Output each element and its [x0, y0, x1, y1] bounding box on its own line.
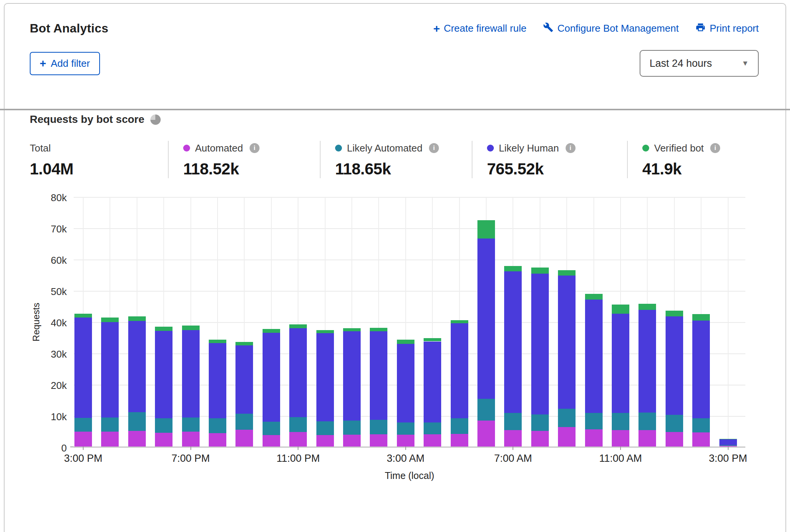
bar-segment-automated[interactable]	[397, 435, 414, 447]
bar-segment-automated[interactable]	[209, 433, 226, 447]
bar-segment-likely-automated[interactable]	[451, 418, 468, 434]
bar-segment-automated[interactable]	[451, 434, 468, 447]
bar-segment-verified-bot[interactable]	[209, 340, 226, 343]
bar-segment-automated[interactable]	[692, 432, 710, 447]
bar-segment-verified-bot[interactable]	[612, 305, 629, 314]
bar-segment-likely-human[interactable]	[263, 333, 280, 422]
bar-segment-verified-bot[interactable]	[719, 439, 737, 439]
bar-14[interactable]	[451, 196, 468, 447]
bar-segment-verified-bot[interactable]	[451, 320, 468, 323]
bar-21[interactable]	[638, 196, 656, 447]
bar-segment-automated[interactable]	[585, 429, 603, 447]
bar-segment-likely-automated[interactable]	[719, 445, 737, 446]
bar-segment-likely-human[interactable]	[182, 330, 200, 418]
bar-segment-likely-human[interactable]	[451, 323, 468, 418]
bar-segment-verified-bot[interactable]	[343, 328, 361, 331]
bar-15[interactable]	[477, 196, 495, 447]
bar-17[interactable]	[531, 196, 549, 447]
bar-5[interactable]	[209, 196, 226, 447]
bar-segment-verified-bot[interactable]	[101, 318, 119, 322]
bar-3[interactable]	[155, 196, 173, 447]
bar-segment-likely-human[interactable]	[74, 318, 92, 418]
bar-segment-likely-human[interactable]	[531, 274, 549, 414]
bar-segment-verified-bot[interactable]	[692, 314, 710, 320]
bar-segment-automated[interactable]	[424, 434, 441, 447]
bar-segment-verified-bot[interactable]	[74, 314, 92, 318]
bar-segment-likely-automated[interactable]	[263, 422, 280, 435]
bar-segment-verified-bot[interactable]	[128, 316, 146, 321]
bar-segment-verified-bot[interactable]	[477, 220, 495, 239]
bar-segment-automated[interactable]	[289, 432, 307, 447]
bar-segment-verified-bot[interactable]	[531, 268, 549, 274]
info-icon[interactable]: i	[429, 143, 439, 153]
bar-segment-automated[interactable]	[155, 433, 173, 447]
bar-segment-automated[interactable]	[182, 432, 200, 447]
bar-segment-verified-bot[interactable]	[397, 340, 414, 344]
bar-segment-automated[interactable]	[101, 432, 119, 447]
bar-segment-likely-automated[interactable]	[209, 418, 226, 433]
bar-16[interactable]	[504, 196, 522, 447]
bar-19[interactable]	[585, 196, 603, 447]
bar-segment-verified-bot[interactable]	[182, 326, 200, 330]
bar-23[interactable]	[692, 196, 710, 447]
bar-segment-likely-automated[interactable]	[370, 420, 387, 434]
bar-segment-likely-human[interactable]	[504, 271, 522, 413]
bar-0[interactable]	[74, 196, 92, 447]
bar-segment-likely-human[interactable]	[638, 310, 656, 413]
bar-segment-likely-human[interactable]	[155, 331, 173, 418]
bar-segment-likely-human[interactable]	[692, 321, 710, 419]
bar-segment-likely-automated[interactable]	[397, 422, 414, 435]
bar-segment-verified-bot[interactable]	[638, 304, 656, 310]
bar-18[interactable]	[558, 196, 576, 447]
bar-segment-automated[interactable]	[638, 430, 656, 447]
bar-segment-verified-bot[interactable]	[666, 311, 683, 316]
bar-segment-likely-human[interactable]	[289, 328, 307, 417]
bar-11[interactable]	[370, 196, 387, 447]
print-report-link[interactable]: Print report	[695, 22, 759, 35]
bar-segment-likely-automated[interactable]	[504, 413, 522, 430]
bar-segment-verified-bot[interactable]	[585, 294, 603, 300]
bar-segment-likely-human[interactable]	[101, 322, 119, 418]
bar-segment-likely-automated[interactable]	[316, 421, 334, 435]
bar-6[interactable]	[235, 196, 253, 447]
bar-segment-likely-automated[interactable]	[101, 418, 119, 432]
bar-segment-likely-automated[interactable]	[128, 412, 146, 431]
bar-22[interactable]	[666, 196, 683, 447]
bar-segment-likely-automated[interactable]	[531, 414, 549, 431]
bar-segment-likely-automated[interactable]	[182, 418, 200, 432]
bar-segment-verified-bot[interactable]	[235, 342, 253, 345]
bar-segment-automated[interactable]	[263, 435, 280, 447]
bar-segment-automated[interactable]	[316, 435, 334, 447]
bar-segment-likely-human[interactable]	[585, 300, 603, 413]
bar-segment-likely-automated[interactable]	[343, 421, 361, 435]
bar-8[interactable]	[289, 196, 307, 447]
bar-segment-likely-automated[interactable]	[477, 399, 495, 421]
bar-segment-automated[interactable]	[477, 421, 495, 447]
bar-segment-likely-automated[interactable]	[235, 414, 253, 430]
bar-segment-automated[interactable]	[612, 430, 629, 447]
bar-segment-likely-human[interactable]	[397, 344, 414, 422]
bar-segment-likely-automated[interactable]	[585, 413, 603, 429]
configure-bot-management-link[interactable]: Configure Bot Management	[543, 22, 679, 35]
bar-10[interactable]	[343, 196, 361, 447]
bar-segment-verified-bot[interactable]	[155, 327, 173, 331]
bar-segment-likely-human[interactable]	[209, 343, 226, 419]
time-range-dropdown[interactable]: Last 24 hours ▼	[640, 50, 759, 77]
bar-segment-likely-human[interactable]	[316, 333, 334, 421]
bar-segment-likely-automated[interactable]	[289, 417, 307, 432]
bar-1[interactable]	[101, 196, 119, 447]
bar-segment-likely-automated[interactable]	[638, 413, 656, 430]
bar-segment-likely-human[interactable]	[612, 314, 629, 413]
bar-segment-likely-human[interactable]	[343, 331, 361, 421]
bar-segment-likely-human[interactable]	[558, 276, 576, 409]
bar-segment-automated[interactable]	[666, 432, 683, 447]
bar-segment-verified-bot[interactable]	[263, 329, 280, 333]
bar-segment-likely-human[interactable]	[666, 316, 683, 415]
bar-24[interactable]	[719, 196, 737, 447]
bar-segment-likely-human[interactable]	[128, 321, 146, 412]
bar-segment-likely-human[interactable]	[424, 342, 441, 422]
bar-segment-verified-bot[interactable]	[370, 328, 387, 331]
bar-segment-automated[interactable]	[558, 427, 576, 447]
bar-segment-verified-bot[interactable]	[424, 338, 441, 341]
bar-segment-likely-human[interactable]	[235, 345, 253, 414]
